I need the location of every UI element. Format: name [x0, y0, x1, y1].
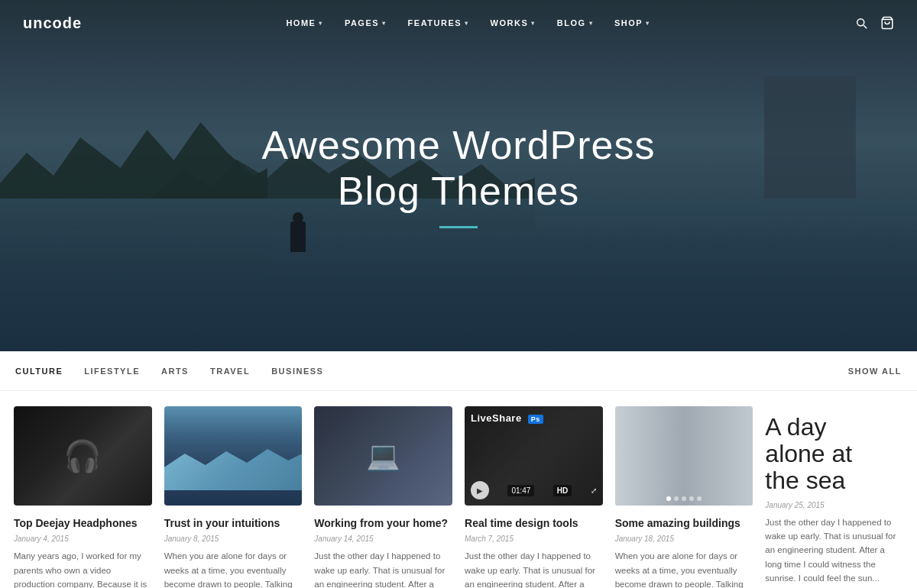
play-button[interactable]: ▶ [471, 481, 489, 499]
card4-image: LiveShare Ps ▶ 01:47 HD ⤢ [465, 406, 603, 506]
card2-image [164, 406, 303, 506]
cart-icon[interactable] [880, 16, 894, 30]
video-overlay: LiveShare Ps ▶ 01:47 HD ⤢ [465, 406, 603, 506]
nav-blog[interactable]: BLOG ▾ [557, 18, 593, 27]
filter-bar: CULTURE LIFESTYLE ARTS TRAVEL BUSINESS S… [0, 351, 917, 391]
video-time: 01:47 [507, 485, 534, 496]
card6-big-title[interactable]: A day alone at the sea [765, 414, 903, 495]
hero-section: Awesome WordPress Blog Themes [0, 0, 917, 351]
card5-title[interactable]: Some amazing buildings [615, 516, 753, 530]
nav-home[interactable]: HOME ▾ [286, 18, 323, 27]
chevron-down-icon: ▾ [589, 20, 594, 27]
show-all-button[interactable]: SHOW ALL [848, 367, 902, 376]
card6-date: January 25, 2015 [765, 501, 903, 509]
blog-card-3: Working from your home? January 14, 2015… [314, 406, 452, 588]
image-dots [666, 496, 702, 501]
card2-date: January 8, 2015 [164, 535, 303, 543]
card1-date: January 4, 2015 [14, 535, 152, 543]
chevron-down-icon: ▾ [319, 20, 323, 27]
nav-features[interactable]: FEATURES ▾ [408, 18, 469, 27]
blog-card-2: Trust in your intuitions January 8, 2015… [164, 406, 303, 588]
card5-date: January 18, 2015 [615, 535, 753, 543]
card4-excerpt: Just the other day I happened to wake up… [465, 549, 603, 588]
video-app-badge: Ps [528, 415, 543, 424]
fullscreen-icon[interactable]: ⤢ [591, 486, 597, 495]
card1-excerpt: Many years ago, I worked for my parents … [14, 549, 152, 588]
search-icon[interactable] [854, 16, 868, 30]
blog-card-5: Some amazing buildings January 18, 2015 … [615, 406, 753, 588]
card5-excerpt: When you are alone for days or weeks at … [615, 549, 753, 588]
tab-business[interactable]: BUSINESS [271, 363, 323, 379]
filter-tabs: CULTURE LIFESTYLE ARTS TRAVEL BUSINESS [15, 363, 323, 379]
dot-1 [666, 496, 671, 501]
dot-5 [697, 496, 702, 501]
dot-2 [674, 496, 679, 501]
blog-card-6: A day alone at the sea January 25, 2015 … [765, 406, 903, 588]
card2-title[interactable]: Trust in your intuitions [164, 516, 303, 530]
tab-arts[interactable]: ARTS [161, 363, 189, 379]
card4-date: March 7, 2015 [465, 535, 603, 543]
card1-title[interactable]: Top Deejay Headphones [14, 516, 152, 530]
blog-card-1: Top Deejay Headphones January 4, 2015 Ma… [14, 406, 152, 588]
card1-image [14, 406, 152, 506]
chevron-down-icon: ▾ [646, 20, 650, 27]
nav-menu: HOME ▾ PAGES ▾ FEATURES ▾ WORKS ▾ BLOG ▾… [286, 18, 650, 27]
tab-culture[interactable]: CULTURE [15, 363, 63, 379]
card3-title[interactable]: Working from your home? [314, 516, 452, 530]
hd-badge: HD [553, 485, 572, 496]
hero-divider [439, 226, 478, 228]
chevron-down-icon: ▾ [382, 20, 387, 27]
blog-card-4: LiveShare Ps ▶ 01:47 HD ⤢ Real time desi… [465, 406, 603, 588]
blog-grid: Top Deejay Headphones January 4, 2015 Ma… [0, 391, 917, 588]
tab-lifestyle[interactable]: LIFESTYLE [84, 363, 140, 379]
card5-image [615, 406, 753, 506]
card3-image [314, 406, 452, 506]
navbar-icons [854, 16, 894, 30]
dot-4 [689, 496, 694, 501]
logo[interactable]: uncode [23, 15, 82, 32]
dot-3 [682, 496, 686, 501]
card6-excerpt: Just the other day I happened to wake up… [765, 515, 903, 586]
chevron-down-icon: ▾ [531, 20, 536, 27]
card2-excerpt: When you are alone for days or weeks at … [164, 549, 303, 588]
card3-excerpt: Just the other day I happened to wake up… [314, 549, 452, 588]
card3-date: January 14, 2015 [314, 535, 452, 543]
card4-title[interactable]: Real time design tools [465, 516, 603, 530]
navbar: uncode HOME ▾ PAGES ▾ FEATURES ▾ WORKS ▾… [0, 0, 917, 46]
tab-travel[interactable]: TRAVEL [210, 363, 250, 379]
nav-pages[interactable]: PAGES ▾ [345, 18, 387, 27]
video-controls: ▶ 01:47 HD ⤢ [471, 481, 597, 499]
video-title-bar: LiveShare Ps [471, 412, 597, 424]
hero-content: Awesome WordPress Blog Themes [261, 123, 655, 229]
nav-works[interactable]: WORKS ▾ [491, 18, 536, 27]
nav-shop[interactable]: SHOP ▾ [614, 18, 650, 27]
chevron-down-icon: ▾ [465, 20, 469, 27]
hero-title: Awesome WordPress Blog Themes [261, 123, 655, 215]
